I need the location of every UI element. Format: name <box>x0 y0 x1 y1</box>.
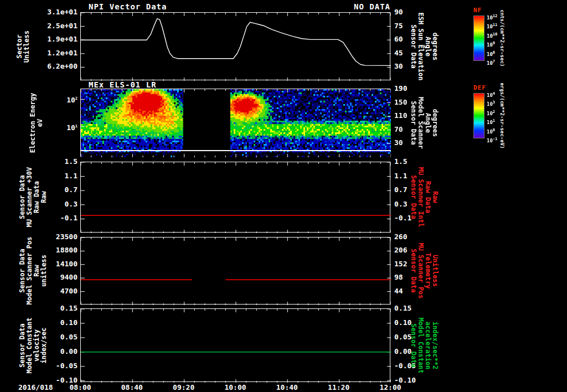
panel-1-left-tick-label: 3.1e+01 <box>0 8 78 16</box>
x-tick-label: 12:00 <box>379 383 401 391</box>
panel-4-right-axis-label-text: Unitless Telemetry MU Scanner Pos Sensor… <box>410 243 439 298</box>
colorbar-tick-label: 1012 <box>487 13 497 20</box>
x-tick-label: 08:00 <box>69 383 91 391</box>
colorbar-tick-label: 109 <box>487 40 495 48</box>
panel-3-plot-area <box>81 162 391 233</box>
panel-1-left-tick-label: 1.9e+01 <box>0 35 78 43</box>
panel1-title: NPI Vector Data <box>89 2 167 11</box>
date-label: 2016/018 <box>18 383 53 391</box>
colorbar-tick-label: 101 <box>487 118 495 125</box>
colorbar-tick-label: 108 <box>487 50 495 57</box>
panel-3-left-tick-label: 1.5 <box>0 158 78 166</box>
panel-4-left-axis-label-text: Sensor Data Model Scanner Pos Raw unitle… <box>19 237 48 305</box>
panel-5-right-axis-label-text: index/sec**2 acceleration Model Constant… <box>410 317 439 373</box>
panel-1-left-tick-label: 1.2e+01 <box>0 49 78 57</box>
panel-3-right-axis-label-text: Raw Raw Data MU Scanner Intl Sensor Data <box>410 167 439 227</box>
x-tick-label: 10:40 <box>276 383 298 391</box>
colorbar-tick-label: 103 <box>487 100 495 107</box>
panel-5-plot-area <box>81 309 391 383</box>
colorbar-title-nf: NF <box>473 7 482 14</box>
panel-3-right-tick-label: 1.5 <box>394 158 434 166</box>
no-data-status: NO DATA <box>280 2 390 11</box>
x-tick-label: 08:40 <box>121 383 143 391</box>
panel-5-left-axis-label-text: Sensor Data Model Constant velocity inde… <box>19 317 48 373</box>
panel-1-left-tick-label: 6.2e+00 <box>0 63 78 70</box>
panel2-title: MEx ELS-01 LR <box>89 80 157 89</box>
colorbar-tick-label: 10-1 <box>487 136 497 143</box>
panel-4-plotbox <box>80 237 390 305</box>
colorbar-gradient-def <box>473 93 484 138</box>
colorbar-tick-label: 104 <box>487 91 495 98</box>
panel-4-plot-area <box>81 238 391 305</box>
panel-3-plotbox <box>80 162 390 233</box>
colorbar-tick-label: 102 <box>487 109 495 116</box>
colorbar-unit-text: cnts/(cm**2-sr-sec) <box>499 10 505 67</box>
panel-5-right-tick-label: 0.15 <box>394 305 434 312</box>
panel-3-left-axis-label-text: Sensor Data MU Scanner +30V Raw Data Raw <box>19 167 48 227</box>
panel-1-right-axis-label-text: degrees Angle ESH Sun Elevation Sensor D… <box>410 12 439 80</box>
panel-2-left-axis-label-text: Electron Energy eV <box>29 92 44 152</box>
panel-2-plot-area <box>81 89 391 157</box>
sun-elevation-angle-line <box>81 19 391 66</box>
colorbar-tick-label: 100 <box>487 127 495 135</box>
panel-1-left-axis-label-text: Sector Unitless <box>16 30 30 63</box>
panel-2-plotbox <box>80 89 390 157</box>
x-tick-label: 11:20 <box>328 383 349 391</box>
panel-5-left-tick-label: 0.15 <box>0 305 78 312</box>
colorbar-tick-label: 1011 <box>487 22 497 29</box>
colorbar-gradient-nf <box>473 16 484 61</box>
x-tick-label: 09:20 <box>173 383 194 391</box>
colorbar-tick-label: 1010 <box>487 32 497 39</box>
colorbar-title-def: DEF <box>473 84 486 91</box>
panel-2-right-axis-label-text: degrees Angle Model Scanner Sensor Data <box>410 97 439 149</box>
panel-1-left-tick-label: 2.5e+01 <box>0 22 78 30</box>
panel-4-right-tick-label: 260 <box>394 233 434 241</box>
telemetry-quicklook-page: NPI Vector Data NO DATA MEx ELS-01 LR 3.… <box>0 0 567 392</box>
panel-5-plotbox <box>80 308 390 382</box>
colorbar-unit-text: ergs/(cm**2-sr-sec-eV) <box>499 82 505 148</box>
panel-1-plotbox <box>80 12 390 80</box>
panel-2-right-tick-label: 190 <box>394 85 434 92</box>
x-tick-label: 10:00 <box>224 383 246 391</box>
colorbar-tick-label: 107 <box>487 59 495 66</box>
panel-1-plot-area <box>81 13 391 81</box>
